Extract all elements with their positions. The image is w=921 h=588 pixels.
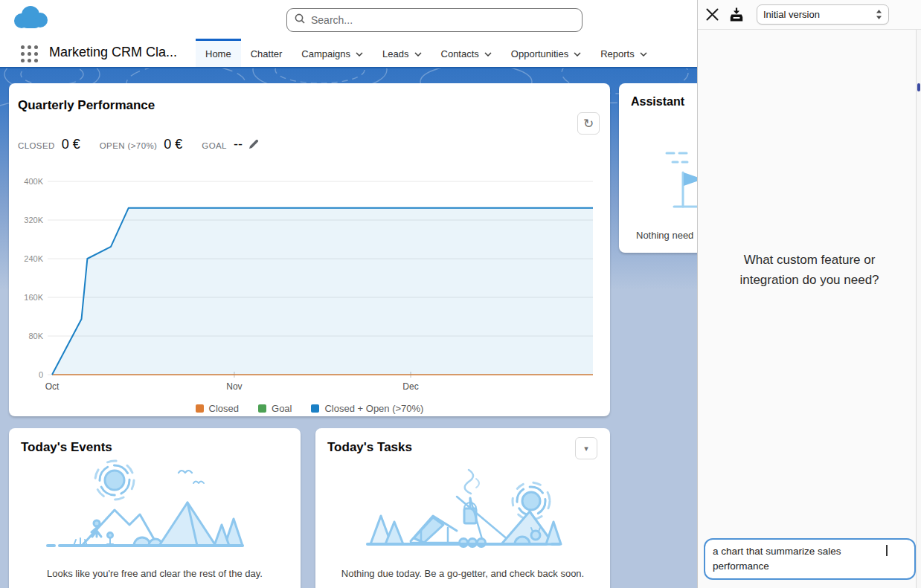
svg-text:160K: 160K bbox=[24, 293, 43, 302]
svg-text:80K: 80K bbox=[28, 332, 43, 340]
events-empty-text: Looks like you're free and clear the res… bbox=[9, 568, 301, 579]
tab-campaigns[interactable]: Campaigns bbox=[292, 39, 373, 67]
import-icon[interactable] bbox=[728, 7, 745, 23]
tab-opportunities[interactable]: Opportunities bbox=[501, 39, 591, 67]
legend-swatch bbox=[311, 404, 319, 413]
chevron-down-icon[interactable] bbox=[414, 52, 422, 56]
svg-text:Dec: Dec bbox=[402, 381, 418, 392]
tab-chatter[interactable]: Chatter bbox=[241, 39, 292, 67]
svg-text:Nov: Nov bbox=[226, 381, 242, 392]
chevron-down-icon[interactable] bbox=[484, 52, 492, 56]
tab-home[interactable]: Home bbox=[196, 39, 241, 67]
refresh-button[interactable]: ↻ bbox=[577, 112, 600, 135]
tab-contacts[interactable]: Contacts bbox=[431, 39, 501, 67]
chart-legend: Closed Goal Closed + Open (>70%) bbox=[9, 403, 610, 414]
chat-input[interactable]: a chart that summarize sales performance bbox=[704, 538, 916, 580]
global-search[interactable] bbox=[286, 8, 583, 32]
stat-closed: CLOSED 0 € bbox=[18, 137, 80, 152]
nav-tabs: Home Chatter Campaigns Leads Contacts Op… bbox=[196, 39, 657, 67]
version-select[interactable]: Initial version bbox=[757, 4, 889, 25]
card-title: Assistant bbox=[631, 95, 684, 109]
scrollbar-thumb[interactable] bbox=[917, 83, 920, 91]
salesforce-crm-window: Marketing CRM Cla... Home Chatter Campai… bbox=[0, 0, 921, 588]
legend-swatch bbox=[196, 404, 204, 413]
todays-events-card: Today's Events bbox=[9, 428, 301, 588]
quarterly-chart-svg: 400K320K240K160K80K0OctNovDec bbox=[18, 174, 601, 394]
select-stepper-icon bbox=[876, 9, 882, 20]
refresh-icon: ↻ bbox=[583, 116, 594, 132]
todays-tasks-card: Today's Tasks ▾ bbox=[315, 428, 610, 588]
legend-item-closed[interactable]: Closed bbox=[196, 403, 239, 414]
svg-text:320K: 320K bbox=[24, 216, 43, 224]
app-launcher-icon[interactable] bbox=[21, 45, 38, 62]
campfire-illustration bbox=[359, 459, 567, 556]
tab-reports[interactable]: Reports bbox=[591, 39, 657, 67]
assistant-empty-text: Nothing need bbox=[636, 230, 693, 241]
chevron-down-icon[interactable] bbox=[640, 52, 647, 56]
svg-text:Oct: Oct bbox=[45, 381, 60, 392]
tasks-empty-text: Nothing due today. Be a go-getter, and c… bbox=[315, 568, 610, 579]
svg-text:400K: 400K bbox=[24, 177, 43, 186]
salesforce-logo bbox=[12, 4, 49, 34]
text-caret bbox=[886, 545, 888, 556]
edit-goal-icon[interactable] bbox=[248, 139, 259, 152]
legend-swatch bbox=[258, 404, 266, 413]
panel-scrollbar[interactable] bbox=[916, 30, 921, 588]
legend-item-goal[interactable]: Goal bbox=[258, 403, 292, 414]
panel-header: Initial version bbox=[698, 0, 921, 30]
quarterly-performance-card: Quarterly Performance ↻ CLOSED 0 € OPEN … bbox=[9, 83, 610, 416]
camping-illustration bbox=[46, 455, 262, 559]
stat-open: OPEN (>70%) 0 € bbox=[100, 137, 183, 152]
svg-text:0: 0 bbox=[39, 370, 43, 379]
tab-leads[interactable]: Leads bbox=[373, 39, 431, 67]
search-input[interactable] bbox=[311, 14, 574, 26]
stat-goal: GOAL -- bbox=[202, 137, 259, 152]
close-icon[interactable] bbox=[705, 7, 720, 22]
search-icon bbox=[295, 13, 305, 27]
legend-item-closed-open[interactable]: Closed + Open (>70%) bbox=[311, 403, 423, 414]
chat-input-text: a chart that summarize sales performance bbox=[713, 544, 885, 574]
card-title: Today's Tasks bbox=[327, 440, 412, 455]
panel-prompt: What custom feature or integration do yo… bbox=[720, 250, 899, 290]
builder-panel: Initial version What custom feature or i… bbox=[697, 0, 921, 588]
card-title: Quarterly Performance bbox=[18, 98, 155, 113]
svg-text:240K: 240K bbox=[24, 254, 43, 263]
app-name[interactable]: Marketing CRM Cla... bbox=[49, 45, 177, 60]
global-header: Marketing CRM Cla... Home Chatter Campai… bbox=[0, 0, 697, 67]
dropdown-arrow-icon: ▾ bbox=[584, 444, 588, 453]
chevron-down-icon[interactable] bbox=[574, 52, 581, 56]
tasks-menu-button[interactable]: ▾ bbox=[575, 437, 597, 459]
card-title: Today's Events bbox=[21, 440, 112, 455]
chevron-down-icon[interactable] bbox=[356, 52, 363, 56]
performance-stats: CLOSED 0 € OPEN (>70%) 0 € GOAL -- bbox=[18, 137, 278, 152]
